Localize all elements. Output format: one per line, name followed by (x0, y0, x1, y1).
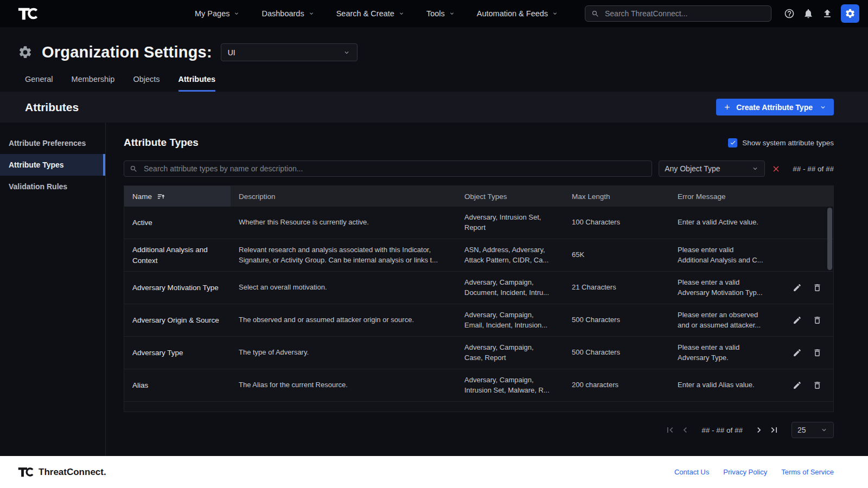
attribute-types-table: Name Description Object Types Max Length… (124, 185, 834, 412)
object-type-filter-dropdown[interactable]: Any Object Type (659, 160, 765, 177)
create-attribute-type-button[interactable]: Create Attribute Type (716, 99, 834, 115)
menu-label: Search & Create (336, 9, 394, 18)
column-header-error-message: Error Message (669, 192, 784, 201)
max-length-cell: 65K (564, 250, 669, 260)
table-row: Alias The Alias for the current Resource… (124, 369, 833, 402)
footer-link-terms-of-service[interactable]: Terms of Service (781, 468, 834, 476)
object-types-cell: Adversary, Campaign, Document, Incident,… (456, 278, 564, 298)
edit-pencil-icon[interactable] (793, 316, 802, 325)
table-body: Active Whether this Resource is currentl… (124, 207, 833, 412)
max-length-cell: 200 characters (564, 380, 669, 390)
top-nav-actions (585, 4, 859, 23)
checkbox-label: Show system attribute types (742, 139, 834, 147)
search-icon (130, 165, 138, 173)
chevron-down-icon (343, 49, 350, 56)
menu-search-create[interactable]: Search & Create (336, 9, 405, 18)
help-icon[interactable] (784, 8, 795, 19)
settings-sidebar: Attribute Preferences Attribute Types Va… (0, 123, 106, 456)
filter-row: Any Object Type ## - ## of ## (124, 160, 834, 177)
notifications-bell-icon[interactable] (803, 8, 814, 19)
tab-attributes[interactable]: Attributes (178, 75, 215, 92)
menu-my-pages[interactable]: My Pages (195, 9, 240, 18)
menu-label: My Pages (195, 9, 229, 18)
import-upload-icon[interactable] (822, 8, 833, 19)
main-panel: Attribute Types Show system attribute ty… (106, 123, 868, 456)
delete-trash-icon[interactable] (813, 381, 822, 390)
delete-trash-icon[interactable] (813, 348, 822, 357)
page-size-value: 25 (797, 426, 806, 434)
main-title: Attribute Types (124, 137, 199, 149)
menu-tools[interactable]: Tools (426, 9, 455, 18)
delete-trash-icon[interactable] (813, 316, 822, 325)
next-page-button[interactable] (751, 422, 767, 438)
footer-link-privacy-policy[interactable]: Privacy Policy (723, 468, 767, 476)
previous-page-button[interactable] (678, 422, 693, 438)
create-button-label: Create Attribute Type (736, 103, 813, 112)
tab-membership[interactable]: Membership (72, 75, 115, 92)
threatconnect-logo-icon[interactable] (18, 7, 39, 21)
table-row: Adversary, Intrusion Set, (124, 402, 833, 412)
table-row: Active Whether this Resource is currentl… (124, 207, 833, 239)
show-system-attribute-types-checkbox[interactable]: Show system attribute types (728, 138, 834, 147)
edit-pencil-icon[interactable] (793, 348, 802, 357)
edit-pencil-icon[interactable] (793, 381, 802, 390)
org-selector-dropdown[interactable]: UI (221, 43, 358, 61)
settings-gear-button[interactable] (841, 4, 859, 23)
footer-link-contact-us[interactable]: Contact Us (674, 468, 709, 476)
pagination-range-text: ## - ## of ## (701, 426, 743, 434)
tab-general[interactable]: General (25, 75, 53, 92)
menu-automation-feeds[interactable]: Automation & Feeds (477, 9, 558, 18)
sidebar-item-validation-rules[interactable]: Validation Rules (0, 176, 105, 197)
error-message-cell: Please enter a valid Adversary Motivatio… (669, 278, 784, 298)
page-title: Organization Settings: (42, 43, 212, 61)
table-row: Adversary Origin & Source The observed a… (124, 304, 833, 337)
menu-dashboards[interactable]: Dashboards (261, 9, 314, 18)
checkbox-checked-icon[interactable] (728, 138, 737, 147)
chevron-down-icon (398, 10, 405, 17)
object-types-cell: Adversary, Intrusion Set, Report (456, 213, 564, 233)
row-actions (784, 283, 833, 292)
delete-trash-icon[interactable] (813, 283, 822, 292)
tab-objects[interactable]: Objects (133, 75, 159, 92)
scrollbar-thumb[interactable] (827, 208, 832, 270)
max-length-cell: 21 Characters (564, 282, 669, 293)
attribute-name-cell: Alias (124, 380, 231, 391)
attribute-name-cell: Additional Analysis and Context (124, 245, 231, 266)
menu-label: Dashboards (261, 9, 304, 18)
first-page-button[interactable] (662, 422, 678, 438)
column-header-description: Description (231, 192, 456, 201)
max-length-cell: 500 Characters (564, 348, 669, 358)
attribute-name-cell: Adversary Type (124, 348, 231, 358)
error-message-cell: Please enter valid Additional Analysis a… (669, 245, 784, 266)
org-settings-gear-icon (18, 45, 33, 60)
attribute-name-cell: Active (124, 217, 231, 228)
sidebar-item-attribute-preferences[interactable]: Attribute Preferences (0, 132, 105, 154)
attribute-name-cell: Adversary Origin & Source (124, 315, 231, 326)
last-page-button[interactable] (767, 422, 782, 438)
attribute-search-input[interactable] (143, 164, 646, 174)
column-label: Name (132, 192, 152, 201)
edit-pencil-icon[interactable] (793, 283, 802, 292)
global-search-input[interactable] (604, 9, 765, 18)
chevron-down-icon (449, 10, 455, 17)
page-size-dropdown[interactable]: 25 (792, 422, 834, 438)
attribute-search[interactable] (124, 160, 652, 177)
results-range-text: ## - ## of ## (793, 165, 834, 173)
table-scrollbar (827, 208, 832, 410)
org-selector-value: UI (228, 48, 235, 57)
menu-label: Automation & Feeds (477, 9, 548, 18)
clear-filters-icon[interactable] (771, 164, 781, 174)
search-icon (591, 10, 599, 18)
chevron-down-icon (751, 165, 759, 172)
table-row: Adversary Type The type of Adversary. Ad… (124, 337, 833, 369)
error-message-cell: Please enter an observed and or assumed … (669, 310, 784, 331)
description-cell: The type of Adversary. (231, 348, 456, 358)
sidebar-item-attribute-types[interactable]: Attribute Types (0, 154, 105, 176)
footer-links: Contact Us Privacy Policy Terms of Servi… (674, 468, 834, 476)
object-types-cell: Adversary, Campaign, Case, Report (456, 343, 564, 363)
row-actions (784, 316, 833, 325)
chevron-down-icon (233, 10, 240, 17)
global-search[interactable] (585, 5, 771, 22)
column-header-name[interactable]: Name (124, 186, 231, 207)
object-type-filter-value: Any Object Type (665, 164, 720, 173)
